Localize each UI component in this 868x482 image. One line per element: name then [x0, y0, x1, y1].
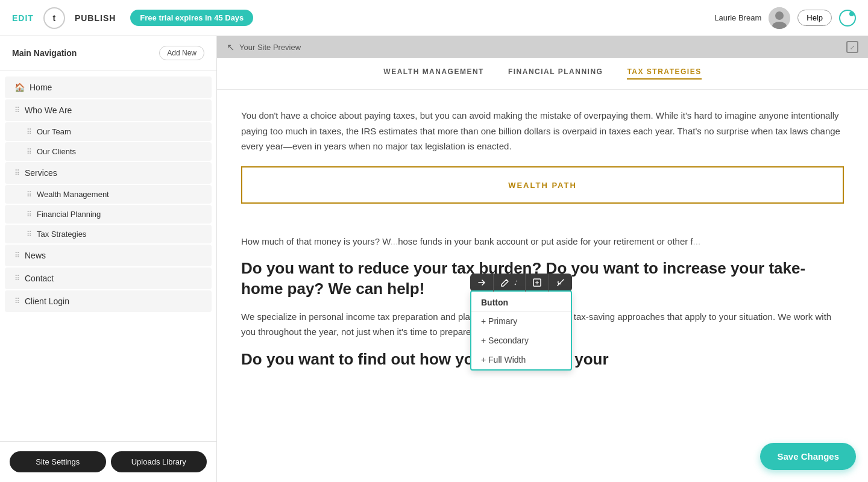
sidebar-item-label: Home [30, 83, 52, 92]
site-preview: WEALTH MANAGEMENT FINANCIAL PLANNING TAX… [217, 58, 868, 482]
sidebar-item-label: Contact [25, 274, 54, 283]
sidebar-footer: Site Settings Uploads Library [0, 441, 216, 482]
dropdown-item-primary[interactable]: + Primary [471, 311, 571, 331]
sidebar-item-services[interactable]: ⠿ Services [5, 162, 212, 184]
sidebar-item-label: Client Login [25, 296, 69, 306]
preview-label: Your Site Preview [239, 43, 301, 52]
save-changes-button[interactable]: Save Changes [760, 443, 856, 470]
dropdown-item-secondary[interactable]: + Secondary [471, 331, 571, 350]
site-nav-wealth-management[interactable]: WEALTH MANAGEMENT [383, 67, 484, 80]
top-bar-right: Laurie Bream Help [714, 7, 856, 29]
user-name: Laurie Bream [714, 13, 761, 22]
dropdown-item-full-width[interactable]: + Full Width [471, 350, 571, 369]
preview-bar: ↖ Your Site Preview ⤢ [217, 36, 868, 58]
user-avatar [769, 7, 790, 29]
uploads-library-button[interactable]: Uploads Library [111, 451, 207, 472]
sidebar-item-label: Who We Are [25, 105, 72, 115]
sidebar-item-contact[interactable]: ⠿ Contact [5, 268, 212, 289]
wealth-path-label: WEALTH PATH [508, 181, 577, 190]
sidebar-item-our-clients[interactable]: ⠿ Our Clients [5, 142, 212, 161]
home-icon: 🏠 [14, 83, 25, 92]
toolbar-icons [470, 274, 572, 292]
sidebar-item-news[interactable]: ⠿ News [5, 245, 212, 266]
arrow-icon: ↖ [227, 42, 234, 53]
svg-point-1 [775, 11, 784, 20]
edit-button[interactable]: EDIT [12, 13, 34, 23]
intro-paragraph: You don't have a choice about paying tax… [241, 108, 844, 154]
sidebar-item-label: Our Clients [37, 147, 76, 156]
drag-handle-icon: ⠿ [14, 297, 20, 305]
notification-icon[interactable] [839, 10, 856, 27]
drag-handle-icon: ⠿ [27, 128, 32, 136]
sidebar-item-wealth-management[interactable]: ⠿ Wealth Management [5, 185, 212, 204]
help-button[interactable]: Help [797, 10, 832, 26]
toolbar-settings-icon[interactable] [526, 274, 549, 292]
sidebar-item-tax-strategies[interactable]: ⠿ Tax Strategies [5, 225, 212, 243]
sidebar-item-who-we-are[interactable]: ⠿ Who We Are [5, 99, 212, 121]
sidebar-item-our-team[interactable]: ⠿ Our Team [5, 122, 212, 141]
drag-handle-icon: ⠿ [14, 106, 20, 114]
drag-handle-icon: ⠿ [27, 148, 32, 156]
wealth-path-box: WEALTH PATH [241, 166, 844, 204]
site-nav-financial-planning[interactable]: FINANCIAL PLANNING [508, 67, 603, 80]
toolbar-unlink-icon[interactable] [549, 274, 572, 292]
sidebar-item-home[interactable]: 🏠 Home [5, 77, 212, 98]
trial-badge: Free trial expires in 45 Days [130, 10, 253, 26]
logo: t [43, 7, 65, 29]
dropdown-menu: Button + Primary + Secondary + Full Widt… [470, 290, 572, 371]
sidebar-item-label: News [25, 251, 46, 260]
add-new-button[interactable]: Add New [159, 46, 204, 60]
resize-icon[interactable]: ⤢ [846, 41, 858, 53]
sidebar-item-label: Tax Strategies [37, 230, 86, 239]
sidebar-header: Main Navigation Add New [0, 36, 216, 70]
toolbar-edit-icon[interactable] [494, 274, 526, 292]
site-settings-button[interactable]: Site Settings [10, 451, 106, 472]
drag-handle-icon: ⠿ [27, 190, 32, 199]
sidebar-title: Main Navigation [12, 48, 77, 58]
partial-paragraph: How much of that money is yours? W...hos… [241, 234, 844, 249]
drag-handle-icon: ⠿ [27, 210, 32, 219]
sidebar-item-label: Services [25, 168, 57, 178]
main-layout: Main Navigation Add New 🏠 Home ⠿ Who We … [0, 36, 868, 482]
drag-handle-icon: ⠿ [14, 169, 20, 177]
toolbar-link-icon[interactable] [470, 274, 494, 292]
sidebar-item-client-login[interactable]: ⠿ Client Login [5, 290, 212, 312]
sidebar-item-label: Financial Planning [37, 210, 101, 219]
sidebar-item-label: Our Team [37, 127, 71, 136]
toolbar-popup: Button + Primary + Secondary + Full Widt… [470, 274, 572, 371]
sidebar-nav: 🏠 Home ⠿ Who We Are ⠿ Our Team ⠿ Our Cli… [0, 70, 216, 441]
preview-area: ↖ Your Site Preview ⤢ WEALTH MANAGEMENT … [217, 36, 868, 482]
site-nav: WEALTH MANAGEMENT FINANCIAL PLANNING TAX… [217, 58, 868, 90]
dropdown-header: Button [471, 292, 571, 311]
site-content-top: You don't have a choice about paying tax… [217, 90, 868, 222]
site-nav-tax-strategies[interactable]: TAX STRATEGIES [627, 67, 701, 80]
drag-handle-icon: ⠿ [14, 251, 20, 260]
drag-handle-icon: ⠿ [14, 274, 20, 283]
sidebar-item-financial-planning[interactable]: ⠿ Financial Planning [5, 205, 212, 224]
sidebar-item-label: Wealth Management [37, 190, 109, 199]
top-bar: EDIT t PUBLISH Free trial expires in 45 … [0, 0, 868, 36]
publish-button[interactable]: PUBLISH [75, 13, 116, 23]
sidebar: Main Navigation Add New 🏠 Home ⠿ Who We … [0, 36, 217, 482]
drag-handle-icon: ⠿ [27, 230, 32, 239]
